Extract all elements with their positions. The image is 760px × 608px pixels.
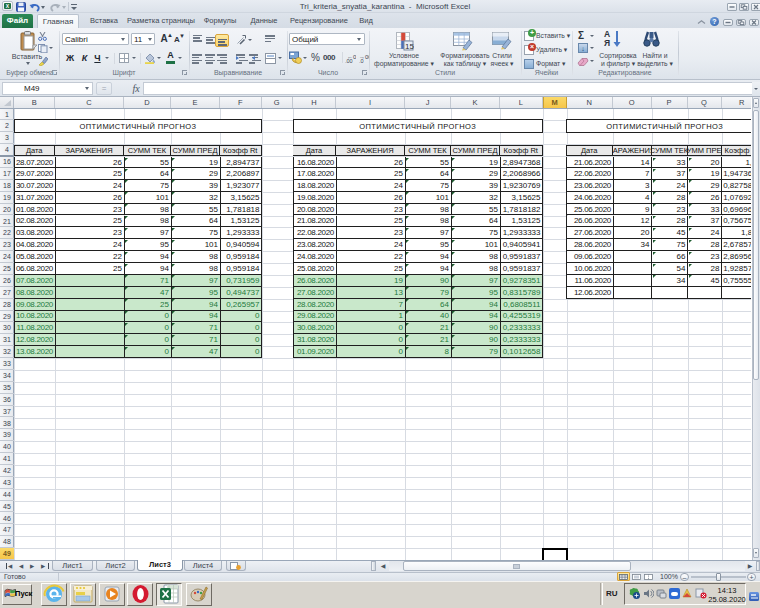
svg-text:,00: ,00	[345, 58, 353, 63]
svg-text:,0: ,0	[359, 58, 364, 63]
svg-text:15: 15	[405, 42, 414, 51]
